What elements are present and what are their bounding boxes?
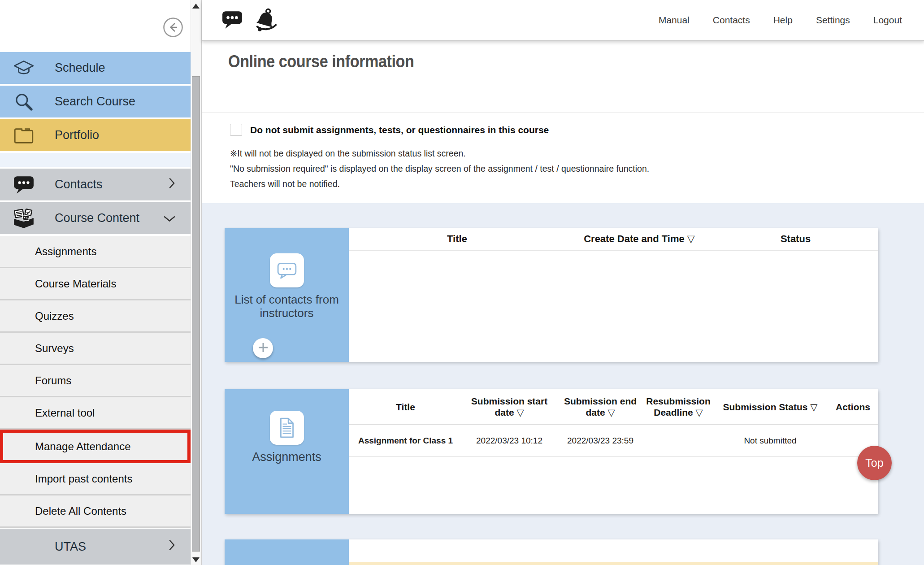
column-header-status: Status xyxy=(713,228,878,250)
graduation-cap-icon xyxy=(12,56,35,80)
lms-online-course-page: { "topbar": { "links": [ {"label": "Manu… xyxy=(0,0,924,565)
assignment-title[interactable]: Assignment for Class 1 xyxy=(358,435,453,446)
sidebar-item-label: Surveys xyxy=(0,342,74,355)
assignment-resubmission-cell xyxy=(644,425,712,456)
column-header-create-date[interactable]: Create Date and Time ▽ xyxy=(565,228,713,250)
column-header-title: Title xyxy=(349,228,565,250)
scroll-to-top-button[interactable]: Top xyxy=(857,446,892,480)
note-line: Teachers will not be notified. xyxy=(230,179,924,189)
sidebar-header xyxy=(0,0,191,52)
folder-icon xyxy=(12,124,35,147)
next-section-card xyxy=(225,539,878,565)
note-line: ※It will not be displayed on the submiss… xyxy=(230,148,924,159)
contacts-table: Title Create Date and Time ▽ Status xyxy=(349,228,878,362)
section-label: List of contacts from instructors xyxy=(225,293,349,320)
main-area: Manual Contacts Help Settings Logout Onl… xyxy=(201,0,924,565)
topbar-link-manual[interactable]: Manual xyxy=(659,15,690,26)
sidebar-item-assignments[interactable]: Assignments xyxy=(0,236,191,268)
sidebar-item-portfolio[interactable]: Portfolio xyxy=(0,119,191,151)
chevron-right-icon xyxy=(169,540,175,554)
sidebar-item-course-content[interactable]: Course Content xyxy=(0,202,191,234)
page-header: Online course information xyxy=(202,41,924,113)
sidebar-item-label: Forums xyxy=(0,374,71,387)
sidebar-item-label: External tool xyxy=(0,407,95,419)
chevron-right-icon xyxy=(169,178,175,191)
scroll-up-arrow-icon[interactable] xyxy=(192,4,200,9)
assignment-end-cell: 2022/03/23 23:59 xyxy=(556,425,644,456)
course-options: Do not submit assignments, tests, or que… xyxy=(202,113,924,203)
sidebar-item-forums[interactable]: Forums xyxy=(0,365,191,397)
search-icon xyxy=(12,90,35,113)
contacts-section-card: List of contacts from instructors Title … xyxy=(225,228,878,362)
topbar-link-settings[interactable]: Settings xyxy=(816,15,850,26)
sidebar-item-label: Import past contents xyxy=(0,473,132,485)
sidebar-item-label: Quizzes xyxy=(0,310,74,322)
next-section-header xyxy=(225,539,349,565)
topbar-link-help[interactable]: Help xyxy=(773,15,793,26)
course-content-box-icon xyxy=(12,207,35,230)
sidebar: Schedule Search Course Portfolio xyxy=(0,0,191,565)
column-header-resubmission-deadline[interactable]: Resubmission Deadline ▽ xyxy=(644,389,712,424)
sidebar-item-label: Manage Attendance xyxy=(3,440,131,453)
no-submit-checkbox[interactable] xyxy=(230,124,242,136)
topbar-link-contacts[interactable]: Contacts xyxy=(713,15,750,26)
sidebar-item-label: Assignments xyxy=(0,245,96,258)
sidebar-item-manage-attendance[interactable]: Manage Attendance xyxy=(0,430,191,463)
next-section-highlighted-row xyxy=(349,562,878,565)
sidebar-item-search-course[interactable]: Search Course xyxy=(0,86,191,117)
contacts-section-header: List of contacts from instructors xyxy=(225,228,349,362)
chat-bubble-icon xyxy=(12,173,35,196)
sidebar-item-schedule[interactable]: Schedule xyxy=(0,52,191,84)
assignments-table-header: Title Submission start date ▽ Submission… xyxy=(349,389,878,425)
plus-icon xyxy=(257,341,269,355)
sidebar-item-external-tool[interactable]: External tool xyxy=(0,397,191,430)
add-contact-button[interactable] xyxy=(253,338,273,358)
assignments-table: Title Submission start date ▽ Submission… xyxy=(349,389,878,514)
column-header-actions: Actions xyxy=(828,389,878,424)
no-submit-checkbox-label: Do not submit assignments, tests, or que… xyxy=(250,125,549,135)
assignments-table-empty-space xyxy=(349,457,878,514)
topbar-links: Manual Contacts Help Settings Logout xyxy=(659,15,924,26)
sidebar-item-label: UTAS xyxy=(0,540,86,554)
column-header-submission-end[interactable]: Submission end date ▽ xyxy=(556,389,644,424)
scroll-down-arrow-icon[interactable] xyxy=(192,557,200,562)
contacts-table-empty-body xyxy=(349,251,878,362)
section-label: Assignments xyxy=(252,450,321,464)
messages-button[interactable] xyxy=(221,10,243,31)
column-header-title: Title xyxy=(349,389,462,424)
scrollbar-thumb[interactable] xyxy=(192,76,200,552)
assignments-section-header: Assignments xyxy=(225,389,349,514)
sidebar-collapse-button[interactable] xyxy=(163,17,183,38)
back-arrow-icon xyxy=(163,32,183,39)
topbar-link-logout[interactable]: Logout xyxy=(873,15,902,26)
sidebar-item-import-past-contents[interactable]: Import past contents xyxy=(0,463,191,495)
chevron-down-icon xyxy=(164,211,175,225)
notifications-button[interactable] xyxy=(254,7,278,34)
assignment-title-cell[interactable]: Assignment for Class 1 xyxy=(349,425,462,456)
sidebar-item-surveys[interactable]: Surveys xyxy=(0,333,191,365)
assignment-row[interactable]: Assignment for Class 1 2022/03/23 10:12 … xyxy=(349,425,878,457)
contacts-table-header: Title Create Date and Time ▽ Status xyxy=(349,228,878,251)
chat-bubble-icon xyxy=(221,24,243,31)
next-section-table xyxy=(349,539,878,565)
sidebar-scrollbar[interactable] xyxy=(191,0,201,565)
sidebar-item-quizzes[interactable]: Quizzes xyxy=(0,300,191,333)
contacts-chat-icon xyxy=(270,253,304,287)
assignments-section-card: Assignments Title Submission start date … xyxy=(225,389,878,514)
sidebar-item-delete-all-contents[interactable]: Delete All Contents xyxy=(0,495,191,528)
sidebar-item-course-materials[interactable]: Course Materials xyxy=(0,268,191,300)
next-section-header-row xyxy=(349,539,878,562)
note-line: "No submission required" is displayed on… xyxy=(230,164,924,174)
sidebar-item-utas[interactable]: UTAS xyxy=(0,529,191,565)
assignment-start-cell: 2022/03/23 10:12 xyxy=(462,425,556,456)
topbar: Manual Contacts Help Settings Logout xyxy=(202,0,924,41)
column-header-submission-start[interactable]: Submission start date ▽ xyxy=(462,389,556,424)
no-submit-option-row: Do not submit assignments, tests, or que… xyxy=(230,124,924,136)
topbar-icons xyxy=(202,7,278,34)
page-title: Online course information xyxy=(228,52,414,70)
sidebar-item-contacts[interactable]: Contacts xyxy=(0,169,191,200)
sidebar-spacer xyxy=(0,153,191,167)
option-notes: ※It will not be displayed on the submiss… xyxy=(230,148,924,189)
assignment-status-cell: Not submitted xyxy=(712,425,828,456)
column-header-submission-status[interactable]: Submission Status ▽ xyxy=(712,389,828,424)
